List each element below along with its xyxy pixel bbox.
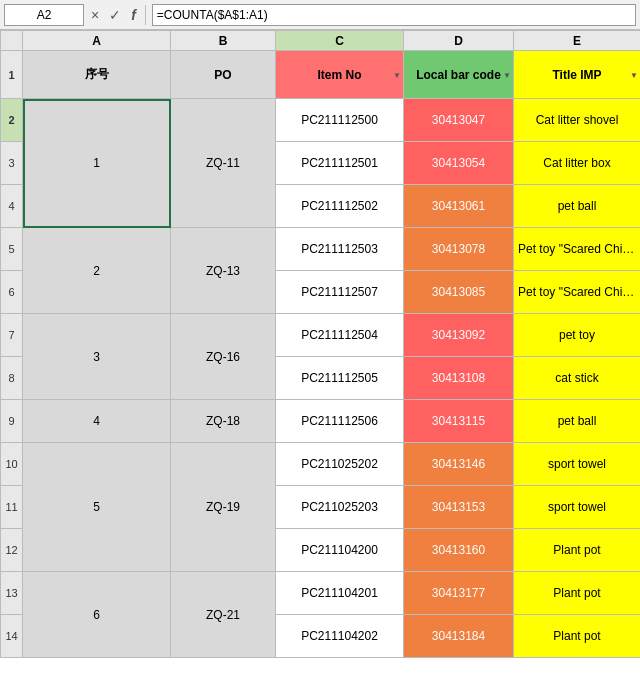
cell-d-6[interactable]: 30413108 bbox=[404, 357, 514, 400]
table-row: 105ZQ-19PC21102520230413146sport towel bbox=[1, 443, 641, 486]
cell-e-1[interactable]: Cat litter box bbox=[514, 142, 641, 185]
cell-c-9[interactable]: PC211025203 bbox=[276, 486, 404, 529]
col-header-b[interactable]: B bbox=[171, 31, 276, 51]
table-row: 52ZQ-13PC21111250330413078Pet toy "Scare… bbox=[1, 228, 641, 271]
row-num-6: 6 bbox=[1, 271, 23, 314]
cell-d-8[interactable]: 30413146 bbox=[404, 443, 514, 486]
cell-e-12[interactable]: Plant pot bbox=[514, 615, 641, 658]
table-row: 94ZQ-18PC21111250630413115pet ball bbox=[1, 400, 641, 443]
header-c[interactable]: Item No bbox=[276, 51, 404, 99]
cell-c-7[interactable]: PC211112506 bbox=[276, 400, 404, 443]
cell-d-4[interactable]: 30413085 bbox=[404, 271, 514, 314]
cell-a-5[interactable]: 3 bbox=[23, 314, 171, 400]
table-body: 1 序号 PO Item No Local bar code Title IMP… bbox=[1, 51, 641, 658]
cell-b-5[interactable]: ZQ-16 bbox=[171, 314, 276, 400]
cell-a-7[interactable]: 4 bbox=[23, 400, 171, 443]
header-e[interactable]: Title IMP bbox=[514, 51, 641, 99]
cell-d-12[interactable]: 30413184 bbox=[404, 615, 514, 658]
formula-input[interactable] bbox=[152, 4, 636, 26]
cell-e-7[interactable]: pet ball bbox=[514, 400, 641, 443]
formula-bar: A2 × ✓ f bbox=[0, 0, 640, 30]
cell-a-3[interactable]: 2 bbox=[23, 228, 171, 314]
header-d[interactable]: Local bar code bbox=[404, 51, 514, 99]
col-header-e[interactable]: E bbox=[514, 31, 641, 51]
cell-c-0[interactable]: PC211112500 bbox=[276, 99, 404, 142]
cell-d-0[interactable]: 30413047 bbox=[404, 99, 514, 142]
cell-c-10[interactable]: PC211104200 bbox=[276, 529, 404, 572]
row-num-11: 11 bbox=[1, 486, 23, 529]
cell-b-8[interactable]: ZQ-19 bbox=[171, 443, 276, 572]
col-header-a[interactable]: A bbox=[23, 31, 171, 51]
row-num-5: 5 bbox=[1, 228, 23, 271]
row-num-7: 7 bbox=[1, 314, 23, 357]
cell-a-11[interactable]: 6 bbox=[23, 572, 171, 658]
cell-a-8[interactable]: 5 bbox=[23, 443, 171, 572]
cell-e-3[interactable]: Pet toy "Scared Chicken" bbox=[514, 228, 641, 271]
header-row: 1 序号 PO Item No Local bar code Title IMP bbox=[1, 51, 641, 99]
cell-e-9[interactable]: sport towel bbox=[514, 486, 641, 529]
corner-cell bbox=[1, 31, 23, 51]
formula-icons: × ✓ f bbox=[88, 7, 139, 23]
cell-e-11[interactable]: Plant pot bbox=[514, 572, 641, 615]
cell-c-11[interactable]: PC211104201 bbox=[276, 572, 404, 615]
cell-b-0[interactable]: ZQ-11 bbox=[171, 99, 276, 228]
header-a[interactable]: 序号 bbox=[23, 51, 171, 99]
cell-e-5[interactable]: pet toy bbox=[514, 314, 641, 357]
cell-e-2[interactable]: pet ball bbox=[514, 185, 641, 228]
col-header-d[interactable]: D bbox=[404, 31, 514, 51]
cell-c-12[interactable]: PC211104202 bbox=[276, 615, 404, 658]
cell-e-6[interactable]: cat stick bbox=[514, 357, 641, 400]
cell-d-1[interactable]: 30413054 bbox=[404, 142, 514, 185]
cell-e-8[interactable]: sport towel bbox=[514, 443, 641, 486]
cell-d-2[interactable]: 30413061 bbox=[404, 185, 514, 228]
row-num-14: 14 bbox=[1, 615, 23, 658]
cell-e-4[interactable]: Pet toy "Scared Chicken" bbox=[514, 271, 641, 314]
row-num-9: 9 bbox=[1, 400, 23, 443]
column-headers: A B C D E bbox=[1, 31, 641, 51]
cell-c-2[interactable]: PC211112502 bbox=[276, 185, 404, 228]
cell-e-10[interactable]: Plant pot bbox=[514, 529, 641, 572]
row-num-12: 12 bbox=[1, 529, 23, 572]
cell-c-5[interactable]: PC211112504 bbox=[276, 314, 404, 357]
cell-d-10[interactable]: 30413160 bbox=[404, 529, 514, 572]
row-num-3: 3 bbox=[1, 142, 23, 185]
row-num-10: 10 bbox=[1, 443, 23, 486]
table-row: 21ZQ-11PC21111250030413047Cat litter sho… bbox=[1, 99, 641, 142]
col-header-c[interactable]: C bbox=[276, 31, 404, 51]
row-num-1: 1 bbox=[1, 51, 23, 99]
cell-b-3[interactable]: ZQ-13 bbox=[171, 228, 276, 314]
row-num-2: 2 bbox=[1, 99, 23, 142]
table-row: 73ZQ-16PC21111250430413092pet toy bbox=[1, 314, 641, 357]
spreadsheet-container: A B C D E 1 序号 PO Item No Local bar code… bbox=[0, 30, 640, 688]
cell-d-7[interactable]: 30413115 bbox=[404, 400, 514, 443]
spreadsheet-table: A B C D E 1 序号 PO Item No Local bar code… bbox=[0, 30, 640, 658]
cell-d-9[interactable]: 30413153 bbox=[404, 486, 514, 529]
cell-c-4[interactable]: PC211112507 bbox=[276, 271, 404, 314]
cell-d-11[interactable]: 30413177 bbox=[404, 572, 514, 615]
cell-d-5[interactable]: 30413092 bbox=[404, 314, 514, 357]
cell-c-3[interactable]: PC211112503 bbox=[276, 228, 404, 271]
cell-c-6[interactable]: PC211112505 bbox=[276, 357, 404, 400]
row-num-13: 13 bbox=[1, 572, 23, 615]
cell-e-0[interactable]: Cat litter shovel bbox=[514, 99, 641, 142]
cell-reference-box[interactable]: A2 bbox=[4, 4, 84, 26]
function-icon[interactable]: f bbox=[128, 7, 139, 23]
cell-c-8[interactable]: PC211025202 bbox=[276, 443, 404, 486]
header-b[interactable]: PO bbox=[171, 51, 276, 99]
cell-c-1[interactable]: PC211112501 bbox=[276, 142, 404, 185]
cancel-icon[interactable]: × bbox=[88, 7, 102, 23]
cell-b-11[interactable]: ZQ-21 bbox=[171, 572, 276, 658]
cell-b-7[interactable]: ZQ-18 bbox=[171, 400, 276, 443]
cell-d-3[interactable]: 30413078 bbox=[404, 228, 514, 271]
table-row: 136ZQ-21PC21110420130413177Plant pot bbox=[1, 572, 641, 615]
confirm-icon[interactable]: ✓ bbox=[106, 7, 124, 23]
formula-separator bbox=[145, 5, 146, 25]
cell-a-0[interactable]: 1 bbox=[23, 99, 171, 228]
row-num-8: 8 bbox=[1, 357, 23, 400]
row-num-4: 4 bbox=[1, 185, 23, 228]
